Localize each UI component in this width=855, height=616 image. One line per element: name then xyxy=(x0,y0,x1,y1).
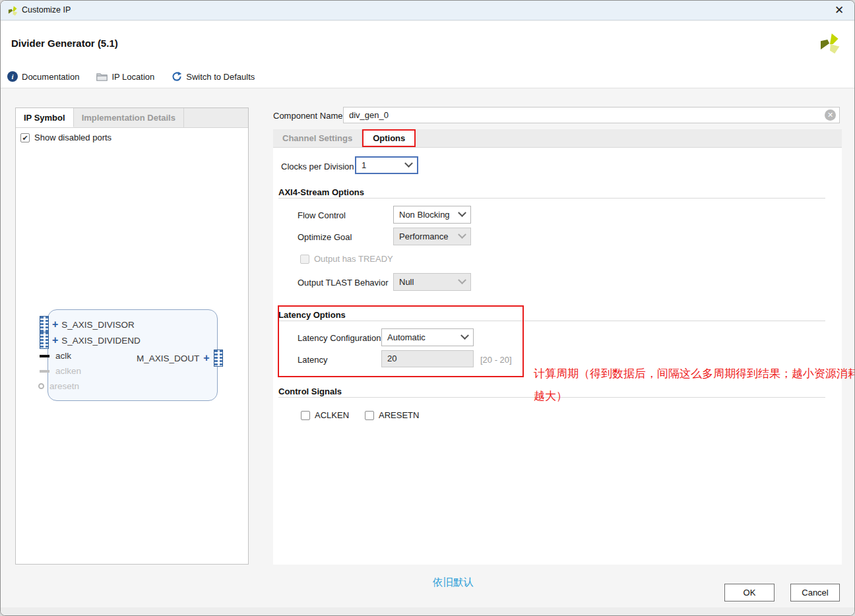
aclken-label: ACLKEN xyxy=(315,410,349,420)
aclken-checkbox[interactable] xyxy=(301,411,310,420)
component-name-label: Component Name xyxy=(273,111,343,121)
title-bar: Customize IP ✕ xyxy=(1,1,854,20)
options-tab-content: Clocks per Division 1 AXI4-Stream Option… xyxy=(273,148,842,565)
refresh-icon xyxy=(172,71,182,82)
output-has-tready-label: Output has TREADY xyxy=(314,254,393,264)
ok-button[interactable]: OK xyxy=(724,584,775,601)
ip-location-label: IP Location xyxy=(111,72,154,82)
clear-icon[interactable]: ✕ xyxy=(825,109,836,121)
bus-port-icon xyxy=(40,332,49,349)
chevron-down-icon xyxy=(458,276,466,284)
port-label: aresetn xyxy=(49,381,79,391)
port-aresetn: aresetn xyxy=(38,381,79,391)
tab-implementation-details[interactable]: Implementation Details xyxy=(74,108,184,127)
latency-configuration-label: Latency Configuration xyxy=(298,333,381,343)
port-s-axis-divisor[interactable]: + S_AXIS_DIVISOR xyxy=(40,316,135,333)
dialog-bottom-edge xyxy=(1,607,854,616)
section-divider xyxy=(278,198,825,199)
close-icon[interactable]: ✕ xyxy=(832,3,846,18)
port-label: S_AXIS_DIVISOR xyxy=(61,320,134,330)
output-tlast-label: Output TLAST Behavior xyxy=(298,278,389,288)
port-label: S_AXIS_DIVIDEND xyxy=(61,336,140,346)
aclken-row[interactable]: ACLKEN xyxy=(301,410,349,420)
ip-symbol-panel: IP Symbol Implementation Details ✔ Show … xyxy=(15,108,249,565)
chevron-down-icon xyxy=(458,208,466,217)
output-has-tready-row: Output has TREADY xyxy=(300,254,393,264)
aresetn-checkbox[interactable] xyxy=(365,411,374,420)
port-m-axis-dout[interactable]: M_AXIS_DOUT + xyxy=(137,350,223,367)
expand-plus-icon[interactable]: + xyxy=(52,336,58,345)
customize-ip-dialog: Customize IP ✕ Divider Generator (5.1) i… xyxy=(0,0,855,616)
port-label: M_AXIS_DOUT xyxy=(137,354,199,363)
show-disabled-ports-row[interactable]: ✔ Show disabled ports xyxy=(20,133,111,142)
aresetn-row[interactable]: ARESETN xyxy=(365,410,419,420)
chevron-down-icon xyxy=(460,331,469,340)
component-name-input[interactable]: div_gen_0 ✕ xyxy=(343,107,840,123)
documentation-button[interactable]: i Documentation xyxy=(7,71,79,82)
latency-annotation-text-line2: 越大） xyxy=(534,388,567,404)
port-s-axis-dividend[interactable]: + S_AXIS_DIVIDEND xyxy=(40,332,141,349)
switch-to-defaults-button[interactable]: Switch to Defaults xyxy=(172,71,255,82)
latency-configuration-select[interactable]: Automatic xyxy=(381,328,474,346)
disabled-pin-icon xyxy=(40,370,49,373)
port-aclk: aclk xyxy=(40,351,71,361)
port-label: aclk xyxy=(55,351,71,361)
section-divider xyxy=(278,321,825,321)
toolbar: i Documentation IP Location Switch to De… xyxy=(7,71,255,82)
footer-note-link[interactable]: 依旧默认 xyxy=(433,576,474,590)
component-name-value: div_gen_0 xyxy=(349,110,389,120)
info-icon: i xyxy=(7,71,18,82)
output-tlast-select: Null xyxy=(393,273,471,291)
output-has-tready-checkbox xyxy=(300,255,309,264)
control-section-title: Control Signals xyxy=(278,386,342,396)
flow-control-select[interactable]: Non Blocking xyxy=(393,206,471,224)
disabled-reset-pin-icon xyxy=(38,383,44,389)
show-disabled-ports-label: Show disabled ports xyxy=(34,133,111,142)
latency-range-hint: [20 - 20] xyxy=(480,355,512,365)
aresetn-label: ARESETN xyxy=(379,410,419,420)
latency-annotation-text-line1: 计算周期（得到数据后，间隔这么多周期得到结果；越小资源消耗 xyxy=(534,366,855,381)
dialog-header: Divider Generator (5.1) i Documentation … xyxy=(1,21,854,88)
clocks-per-division-label: Clocks per Division xyxy=(281,162,354,171)
documentation-label: Documentation xyxy=(22,72,79,82)
settings-tabs: Channel Settings Options xyxy=(273,129,842,148)
clock-pin-icon xyxy=(40,355,49,357)
xilinx-logo xyxy=(818,32,842,55)
optimize-goal-select: Performance xyxy=(393,228,471,245)
switch-to-defaults-label: Switch to Defaults xyxy=(186,72,255,82)
expand-plus-icon[interactable]: + xyxy=(52,320,58,329)
latency-input: 20 xyxy=(381,350,474,367)
latency-label: Latency xyxy=(298,355,328,365)
bus-port-icon xyxy=(40,316,49,333)
xilinx-logo-icon xyxy=(7,5,18,16)
expand-plus-icon[interactable]: + xyxy=(203,354,209,363)
left-panel-tabs: IP Symbol Implementation Details xyxy=(16,108,248,128)
port-aclken: aclken xyxy=(40,366,81,376)
ip-location-button[interactable]: IP Location xyxy=(96,72,154,82)
show-disabled-ports-checkbox[interactable]: ✔ xyxy=(20,133,30,142)
clocks-per-division-select[interactable]: 1 xyxy=(355,156,418,174)
chevron-down-icon xyxy=(458,230,466,239)
axi4-section-title: AXI4-Stream Options xyxy=(278,187,364,197)
bus-port-icon xyxy=(214,350,223,367)
page-title: Divider Generator (5.1) xyxy=(11,38,118,49)
tab-channel-settings[interactable]: Channel Settings xyxy=(273,129,362,147)
cancel-button[interactable]: Cancel xyxy=(790,584,840,601)
port-label: aclken xyxy=(55,366,81,376)
flow-control-label: Flow Control xyxy=(298,210,346,220)
tab-options[interactable]: Options xyxy=(362,129,416,147)
folder-icon xyxy=(96,72,108,81)
window-title: Customize IP xyxy=(22,5,71,15)
chevron-down-icon xyxy=(404,159,413,168)
tab-ip-symbol[interactable]: IP Symbol xyxy=(16,108,74,127)
optimize-goal-label: Optimize Goal xyxy=(298,232,352,242)
latency-section-title: Latency Options xyxy=(278,310,346,320)
